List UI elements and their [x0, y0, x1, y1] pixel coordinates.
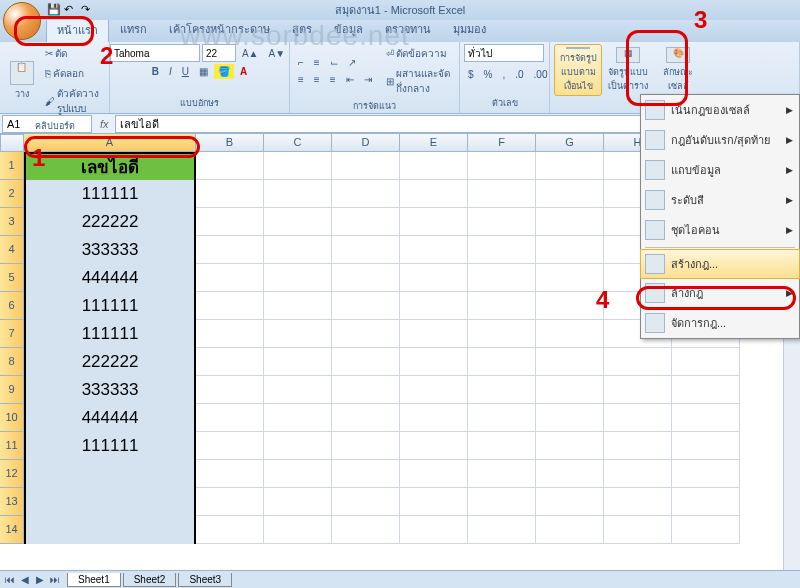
- format-as-table-button[interactable]: ▦ จัดรูปแบบเป็นตาราง: [604, 44, 652, 96]
- font-name-combo[interactable]: Tahoma: [110, 44, 200, 62]
- menu-item-1[interactable]: กฎอันดับแรก/สุดท้าย▶: [641, 125, 799, 155]
- font-size-combo[interactable]: 22: [202, 44, 236, 62]
- cell-A8[interactable]: 222222: [24, 348, 196, 376]
- cell-G9[interactable]: [536, 376, 604, 404]
- bold-button[interactable]: B: [148, 64, 163, 79]
- cell-F14[interactable]: [468, 516, 536, 544]
- cell-E11[interactable]: [400, 432, 468, 460]
- cell-F4[interactable]: [468, 236, 536, 264]
- cell-C10[interactable]: [264, 404, 332, 432]
- cell-A9[interactable]: 333333: [24, 376, 196, 404]
- cell-D12[interactable]: [332, 460, 400, 488]
- cell-E14[interactable]: [400, 516, 468, 544]
- col-header-F[interactable]: F: [468, 134, 536, 152]
- col-header-G[interactable]: G: [536, 134, 604, 152]
- cell-G5[interactable]: [536, 264, 604, 292]
- cell-E3[interactable]: [400, 208, 468, 236]
- currency-button[interactable]: $: [464, 67, 478, 82]
- merge-button[interactable]: ⊞ ผสานและจัดกึ่งกลาง: [382, 64, 455, 98]
- cell-E4[interactable]: [400, 236, 468, 264]
- sheet-nav-next[interactable]: ▶: [33, 574, 47, 585]
- cell-C9[interactable]: [264, 376, 332, 404]
- col-header-A[interactable]: A: [24, 134, 196, 152]
- cell-D7[interactable]: [332, 320, 400, 348]
- cell-I9[interactable]: [672, 376, 740, 404]
- menu-item-8[interactable]: จัดการกฎ...: [641, 308, 799, 338]
- cell-A5[interactable]: 444444: [24, 264, 196, 292]
- col-header-D[interactable]: D: [332, 134, 400, 152]
- cell-F7[interactable]: [468, 320, 536, 348]
- orientation-button[interactable]: ↗: [344, 55, 360, 70]
- menu-item-7[interactable]: ล้างกฎ▶: [641, 278, 799, 308]
- cell-B5[interactable]: [196, 264, 264, 292]
- cell-D2[interactable]: [332, 180, 400, 208]
- cell-G11[interactable]: [536, 432, 604, 460]
- office-button[interactable]: [3, 2, 41, 40]
- cell-C7[interactable]: [264, 320, 332, 348]
- sheet-nav-prev[interactable]: ◀: [18, 574, 32, 585]
- cell-I12[interactable]: [672, 460, 740, 488]
- cell-G13[interactable]: [536, 488, 604, 516]
- cell-B4[interactable]: [196, 236, 264, 264]
- cell-G14[interactable]: [536, 516, 604, 544]
- conditional-formatting-button[interactable]: การจัดรูปแบบตามเงื่อนไข: [554, 44, 602, 96]
- row-header-8[interactable]: 8: [0, 348, 24, 376]
- cell-E8[interactable]: [400, 348, 468, 376]
- cell-C5[interactable]: [264, 264, 332, 292]
- cell-B9[interactable]: [196, 376, 264, 404]
- save-icon[interactable]: 💾: [47, 3, 61, 17]
- cell-D9[interactable]: [332, 376, 400, 404]
- grow-font-button[interactable]: A▲: [238, 44, 263, 62]
- font-color-button[interactable]: A: [236, 64, 251, 79]
- row-header-3[interactable]: 3: [0, 208, 24, 236]
- row-header-4[interactable]: 4: [0, 236, 24, 264]
- cell-C11[interactable]: [264, 432, 332, 460]
- cell-styles-button[interactable]: 🎨 ลักษณะเซลล์: [654, 44, 702, 96]
- cell-D5[interactable]: [332, 264, 400, 292]
- row-header-10[interactable]: 10: [0, 404, 24, 432]
- cell-E5[interactable]: [400, 264, 468, 292]
- cell-G2[interactable]: [536, 180, 604, 208]
- cell-D4[interactable]: [332, 236, 400, 264]
- sheet-nav-first[interactable]: ⏮: [3, 574, 17, 585]
- percent-button[interactable]: %: [480, 67, 497, 82]
- cell-B12[interactable]: [196, 460, 264, 488]
- cell-E1[interactable]: [400, 152, 468, 180]
- cell-D3[interactable]: [332, 208, 400, 236]
- cell-F1[interactable]: [468, 152, 536, 180]
- cell-F11[interactable]: [468, 432, 536, 460]
- cell-E13[interactable]: [400, 488, 468, 516]
- cell-B13[interactable]: [196, 488, 264, 516]
- row-header-2[interactable]: 2: [0, 180, 24, 208]
- cell-I8[interactable]: [672, 348, 740, 376]
- col-header-E[interactable]: E: [400, 134, 468, 152]
- sheet-nav-last[interactable]: ⏭: [48, 574, 62, 585]
- cell-G4[interactable]: [536, 236, 604, 264]
- cell-G12[interactable]: [536, 460, 604, 488]
- fill-color-button[interactable]: 🪣: [214, 64, 234, 79]
- cell-A13[interactable]: [24, 488, 196, 516]
- cell-C13[interactable]: [264, 488, 332, 516]
- cell-D6[interactable]: [332, 292, 400, 320]
- cell-B1[interactable]: [196, 152, 264, 180]
- cell-A7[interactable]: 111111: [24, 320, 196, 348]
- underline-button[interactable]: U: [178, 64, 193, 79]
- copy-button[interactable]: ⎘ คัดลอก: [41, 64, 105, 83]
- cell-H10[interactable]: [604, 404, 672, 432]
- row-header-14[interactable]: 14: [0, 516, 24, 544]
- cell-A14[interactable]: [24, 516, 196, 544]
- paste-button[interactable]: 📋 วาง: [4, 55, 39, 107]
- cell-C12[interactable]: [264, 460, 332, 488]
- cut-button[interactable]: ✂ ตัด: [41, 44, 105, 63]
- cell-B7[interactable]: [196, 320, 264, 348]
- cell-D1[interactable]: [332, 152, 400, 180]
- cell-F6[interactable]: [468, 292, 536, 320]
- sheet-tab-Sheet2[interactable]: Sheet2: [123, 573, 177, 587]
- cell-B10[interactable]: [196, 404, 264, 432]
- row-header-7[interactable]: 7: [0, 320, 24, 348]
- menu-item-3[interactable]: ระดับสี▶: [641, 185, 799, 215]
- col-header-B[interactable]: B: [196, 134, 264, 152]
- cell-G1[interactable]: [536, 152, 604, 180]
- cell-A12[interactable]: [24, 460, 196, 488]
- cell-F5[interactable]: [468, 264, 536, 292]
